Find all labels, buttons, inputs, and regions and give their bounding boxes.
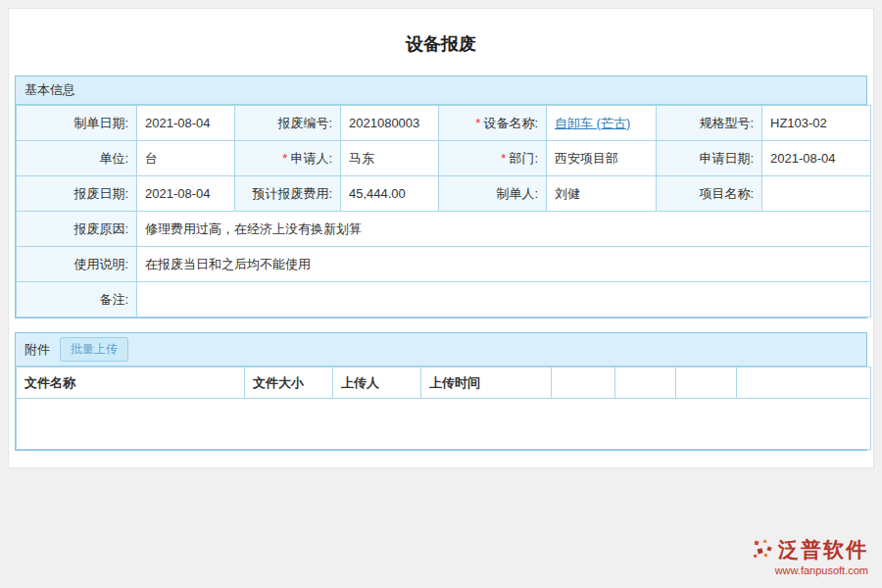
field-label-unit: 单位: <box>17 141 137 176</box>
field-label-equipment-name: *设备名称: <box>439 106 547 141</box>
basic-info-row-1: 制单日期: 2021-08-04 报废编号: 2021080003 *设备名称:… <box>17 106 871 141</box>
col-upload-time: 上传时间 <box>421 368 552 399</box>
attachments-empty-area <box>17 399 871 450</box>
basic-info-row-2: 单位: 台 *申请人: 马东 *部门: 西安项目部 申请日期: 2021-08-… <box>17 141 871 176</box>
basic-info-section-header: 基本信息 <box>16 76 866 105</box>
attachments-table: 文件名称 文件大小 上传人 上传时间 <box>16 367 871 450</box>
brand-icon <box>752 539 773 561</box>
field-value-unit: 台 <box>137 141 235 176</box>
form-panel: 设备报废 基本信息 制单日期: 2021-08-04 报废编号: 2021080… <box>8 8 874 468</box>
batch-upload-button[interactable]: 批量上传 <box>60 337 128 362</box>
equipment-name-link[interactable]: 自卸车 (芒古) <box>555 116 630 130</box>
field-label-spec-model: 规格型号: <box>657 106 762 141</box>
attachments-empty-row <box>17 399 871 450</box>
field-value-applicant: 马东 <box>341 141 439 176</box>
field-value-scrap-no: 2021080003 <box>341 106 439 141</box>
field-label-remark: 备注: <box>17 282 137 318</box>
required-mark: * <box>475 116 480 130</box>
basic-info-row-6: 备注: <box>17 282 871 318</box>
field-label-maker: 制单人: <box>439 176 547 212</box>
field-label-make-date: 制单日期: <box>17 106 137 141</box>
field-label-applicant: *申请人: <box>235 141 341 176</box>
field-value-equipment-name: 自卸车 (芒古) <box>547 106 657 141</box>
attachments-title: 附件 <box>24 341 50 359</box>
field-value-project-name <box>762 176 871 212</box>
attachments-section: 附件 批量上传 文件名称 文件大小 上传人 上传时间 <box>15 332 867 451</box>
brand-url: www.fanpusoft.com <box>752 564 868 576</box>
field-label-project-name: 项目名称: <box>657 176 762 212</box>
col-file-name: 文件名称 <box>17 368 245 399</box>
brand-logo: 泛普软件 www.fanpusoft.com <box>752 536 868 576</box>
field-label-apply-date: 申请日期: <box>657 141 762 176</box>
required-mark: * <box>282 151 287 166</box>
col-file-size: 文件大小 <box>245 368 333 399</box>
field-value-estimated-cost: 45,444.00 <box>341 176 439 212</box>
basic-info-table: 制单日期: 2021-08-04 报废编号: 2021080003 *设备名称:… <box>16 105 871 318</box>
field-value-department: 西安项目部 <box>547 141 657 176</box>
attachments-header-row: 文件名称 文件大小 上传人 上传时间 <box>17 368 871 399</box>
basic-info-section: 基本信息 制单日期: 2021-08-04 报废编号: 2021080003 *… <box>15 75 867 318</box>
field-label-scrap-no: 报废编号: <box>235 106 341 141</box>
col-uploader: 上传人 <box>333 368 421 399</box>
field-value-usage-note: 在报废当日和之后均不能使用 <box>137 247 871 282</box>
field-label-scrap-date: 报废日期: <box>17 176 137 212</box>
col-empty-1 <box>552 368 615 399</box>
field-value-make-date: 2021-08-04 <box>137 106 235 141</box>
basic-info-row-3: 报废日期: 2021-08-04 预计报废费用: 45,444.00 制单人: … <box>17 176 871 212</box>
required-mark: * <box>501 151 506 166</box>
field-value-scrap-reason: 修理费用过高，在经济上没有换新划算 <box>137 212 871 247</box>
attachments-section-header: 附件 批量上传 <box>16 333 866 367</box>
col-empty-4 <box>737 368 871 399</box>
field-value-remark <box>137 282 871 318</box>
field-label-department: *部门: <box>439 141 547 176</box>
field-value-spec-model: HZ103-02 <box>762 106 871 141</box>
field-value-scrap-date: 2021-08-04 <box>137 176 235 212</box>
basic-info-row-4: 报废原因: 修理费用过高，在经济上没有换新划算 <box>17 212 871 247</box>
field-label-scrap-reason: 报废原因: <box>17 212 137 247</box>
brand-name: 泛普软件 <box>778 536 868 564</box>
field-value-maker: 刘健 <box>547 176 657 212</box>
col-empty-2 <box>615 368 676 399</box>
page-title: 设备报废 <box>15 9 867 75</box>
basic-info-row-5: 使用说明: 在报废当日和之后均不能使用 <box>17 247 871 282</box>
field-value-apply-date: 2021-08-04 <box>762 141 871 176</box>
field-label-usage-note: 使用说明: <box>17 247 137 282</box>
col-empty-3 <box>676 368 737 399</box>
field-label-estimated-cost: 预计报废费用: <box>235 176 341 212</box>
